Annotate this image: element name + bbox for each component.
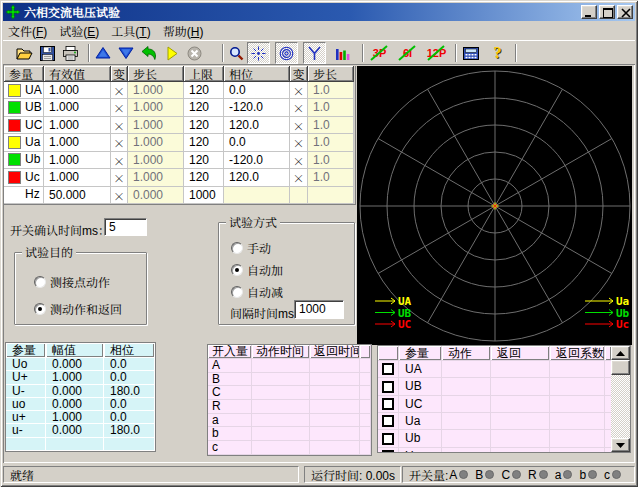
vary-cell[interactable]: ×	[111, 117, 128, 134]
value-cell[interactable]: 1.000	[44, 169, 111, 186]
minimize-button[interactable]	[581, 5, 597, 19]
value-cell[interactable]: 1.000	[44, 99, 111, 116]
switch-indicator-b: B	[475, 468, 494, 482]
vary-cell[interactable]: ×	[290, 99, 308, 116]
phase-cell[interactable]: 120.0	[224, 169, 290, 186]
switch-letter: R	[528, 468, 537, 482]
green-slash-icon	[368, 44, 390, 62]
limit-cell[interactable]: 120	[184, 152, 224, 169]
undo-arrow-icon	[141, 46, 157, 61]
mode-3p-button[interactable]: 3P	[367, 42, 392, 64]
scrollbar-thumb[interactable]	[611, 360, 630, 375]
checkbox[interactable]	[382, 450, 394, 453]
menu-bar: 文件(F) 试验(E) 工具(T) 帮助(H)	[3, 21, 635, 40]
radio-contact-action[interactable]: 测接点动作	[34, 273, 110, 290]
phase-step-cell: 1.0	[308, 152, 354, 169]
phase-cell[interactable]: -120.0	[224, 152, 290, 169]
value-cell[interactable]: 1.000	[44, 117, 111, 134]
open-button[interactable]	[13, 42, 36, 64]
vary-cell[interactable]: ×	[290, 169, 308, 186]
grid-row-ub2: Ub 1.000 × 1.000 120 -120.0 × 1.0	[4, 152, 355, 169]
limit-cell[interactable]: 1000	[184, 187, 224, 204]
checkbox[interactable]	[382, 433, 394, 445]
checkbox[interactable]	[382, 415, 394, 427]
radio-manual[interactable]: 手动	[231, 239, 271, 256]
grid-row-hz: Hz 50.000 × 0.000 1000	[4, 187, 355, 204]
checkbox[interactable]	[382, 398, 394, 410]
start-button[interactable]	[160, 42, 183, 64]
y-vector-button[interactable]	[303, 42, 326, 64]
seq-param: U+	[6, 371, 46, 384]
vary-cell[interactable]: ×	[111, 152, 128, 169]
bar-chart-button[interactable]	[331, 42, 354, 64]
mode-6i-button[interactable]: 6I	[395, 42, 420, 64]
vary-cell[interactable]: ×	[111, 169, 128, 186]
input-name: A	[208, 359, 252, 373]
phase-cell[interactable]: 120.0	[224, 117, 290, 134]
radio-action-return[interactable]: 测动作和返回	[34, 300, 122, 317]
save-button[interactable]	[36, 42, 59, 64]
return-time	[310, 373, 360, 387]
print-button[interactable]	[59, 42, 82, 64]
return-coef	[550, 430, 605, 447]
lower-button[interactable]	[114, 42, 137, 64]
vary-cell[interactable]: ×	[111, 82, 128, 99]
app-icon	[6, 5, 20, 19]
close-button[interactable]	[617, 5, 633, 19]
switch-dot-icon	[539, 470, 548, 479]
vary-cell[interactable]: ×	[290, 117, 308, 134]
help-button[interactable]: ?	[487, 42, 508, 64]
value-cell[interactable]: 1.000	[44, 152, 111, 169]
value-cell[interactable]: 1.000	[44, 82, 111, 99]
value-cell[interactable]: 50.000	[44, 187, 111, 204]
save-floppy-icon	[40, 46, 55, 61]
limit-cell[interactable]: 120	[184, 99, 224, 116]
reset-button[interactable]	[137, 42, 160, 64]
radio-auto-decrease[interactable]: 自动减	[231, 283, 283, 300]
return-time	[310, 427, 360, 441]
menu-item-test[interactable]: 试验(E)	[54, 20, 104, 41]
switch-letter: b	[579, 468, 586, 482]
vary-cell[interactable]: ×	[111, 134, 128, 151]
limit-cell[interactable]: 120	[184, 134, 224, 151]
scroll-up-button[interactable]	[611, 346, 630, 360]
mode-groupbox: 试验方式 手动 自动加 自动减 间隔时间ms 1000	[218, 222, 355, 325]
confirm-time-label: 开关确认时间ms：	[10, 221, 110, 238]
vary-cell[interactable]: ×	[111, 187, 128, 204]
color-swatch	[8, 136, 21, 149]
menu-item-file[interactable]: 文件(F)	[3, 20, 52, 41]
stop-button[interactable]	[183, 42, 206, 64]
parameter-grid: 参量 有效值 变 步长 上限 相位 变 步长 UA 1.000 × 1.000 …	[4, 66, 356, 205]
raise-button[interactable]	[91, 42, 114, 64]
confirm-time-input[interactable]: 5	[104, 218, 147, 236]
limit-cell[interactable]: 120	[184, 82, 224, 99]
calculator-button[interactable]	[459, 42, 482, 64]
vector-display-button[interactable]	[247, 42, 270, 64]
status-switches-panel: 开关量:ABCRabc	[402, 466, 635, 483]
maximize-button[interactable]	[599, 5, 615, 19]
vertical-scrollbar[interactable]	[611, 346, 630, 452]
limit-cell[interactable]: 120	[184, 117, 224, 134]
zoom-button[interactable]	[225, 42, 248, 64]
limit-cell[interactable]: 120	[184, 169, 224, 186]
checkbox[interactable]	[382, 381, 394, 393]
vary-cell[interactable]: ×	[111, 99, 128, 116]
vary-cell[interactable]: ×	[290, 82, 308, 99]
value-cell[interactable]: 1.000	[44, 134, 111, 151]
checkbox[interactable]	[382, 363, 394, 375]
action-value	[442, 413, 491, 430]
phase-cell[interactable]: 0.0	[224, 134, 290, 151]
scroll-down-button[interactable]	[611, 438, 630, 452]
phase-cell[interactable]: -120.0	[224, 99, 290, 116]
menu-item-tools[interactable]: 工具(T)	[106, 20, 155, 41]
radio-auto-increase[interactable]: 自动加	[231, 261, 283, 278]
interval-input[interactable]: 1000	[294, 300, 344, 319]
vary-cell[interactable]: ×	[290, 152, 308, 169]
return-value	[491, 396, 550, 413]
vary-cell[interactable]: ×	[290, 134, 308, 151]
menu-item-help[interactable]: 帮助(H)	[158, 20, 209, 41]
circle-display-button[interactable]	[275, 42, 298, 64]
mode-12p-button[interactable]: 12P	[423, 42, 450, 64]
close-icon	[620, 8, 632, 18]
phase-cell[interactable]: 0.0	[224, 82, 290, 99]
